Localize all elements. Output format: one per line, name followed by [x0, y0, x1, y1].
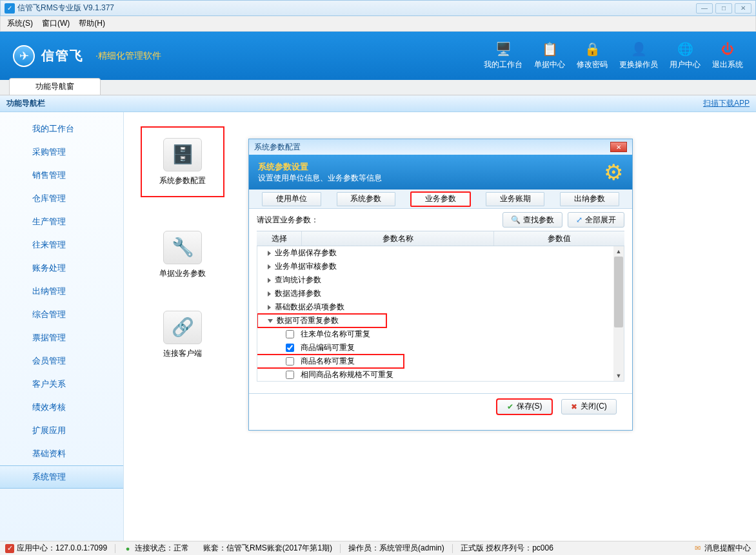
group-select-params[interactable]: 数据选择参数 — [257, 287, 624, 300]
dialog-system-params: 系统参数配置 ✕ 系统参数设置 设置使用单位信息、业务参数等信息 ⚙ 使用单位 … — [248, 139, 633, 431]
sidebar-item-purchase[interactable]: 采购管理 — [0, 141, 123, 164]
close-icon: ✖ — [571, 402, 577, 411]
group-required-params[interactable]: 基础数据必填项参数 — [257, 300, 624, 314]
banner-item-switch-user[interactable]: 👤更换操作员 — [619, 41, 658, 70]
banner-item-workbench[interactable]: 🖥️我的工作台 — [484, 41, 522, 70]
dialog-banner-title: 系统参数设置 — [258, 161, 604, 173]
status-license: 正式版 授权序列号：pc006 — [461, 543, 553, 554]
sidebar-item-crm[interactable]: 客户关系 — [0, 373, 123, 396]
logo: ✈ 信管飞 ·精细化管理软件 — [13, 45, 161, 67]
scroll-thumb[interactable] — [614, 257, 623, 327]
sidebar-item-bills[interactable]: 票据管理 — [0, 326, 123, 349]
globe-icon: 🌐 — [676, 41, 694, 57]
banner-toolbar: 🖥️我的工作台 📋单据中心 🔒修改密码 👤更换操作员 🌐用户中心 ⏻退出系统 — [484, 41, 743, 70]
banner: ✈ 信管飞 ·精细化管理软件 🖥️我的工作台 📋单据中心 🔒修改密码 👤更换操作… — [0, 32, 756, 80]
menu-system[interactable]: 系统(S) — [7, 18, 33, 29]
database-gear-icon: 🗄️ — [163, 138, 202, 171]
tab-nav-window[interactable]: 功能导航窗 — [9, 78, 101, 95]
shortcut-system-params[interactable]: 🗄️ 系统参数配置 — [141, 126, 224, 197]
sidebar-item-general[interactable]: 综合管理 — [0, 303, 123, 326]
col-select: 选择 — [257, 231, 302, 246]
checkbox-product-code[interactable] — [286, 344, 294, 352]
grid-body: 业务单据保存参数 业务单据审核参数 查询统计参数 数据选择参数 基础数据必填项参… — [257, 246, 624, 382]
shortcut-connect-client[interactable]: 🔗 连接客户端 — [141, 299, 224, 370]
status-account: 账套：信管飞RMS账套(2017年第1期) — [203, 543, 332, 554]
banner-item-exit[interactable]: ⏻退出系统 — [712, 41, 743, 70]
connection-icon: ● — [123, 544, 132, 553]
bell-icon: ✉ — [693, 544, 702, 553]
tab-period[interactable]: 业务账期 — [486, 192, 545, 206]
list-icon: 📋 — [541, 41, 559, 57]
banner-item-user-center[interactable]: 🌐用户中心 — [670, 41, 701, 70]
tab-business-params[interactable]: 业务参数 — [411, 192, 470, 206]
user-icon: 👤 — [630, 41, 648, 57]
sidebar: 我的工作台 采购管理 销售管理 仓库管理 生产管理 往来管理 账务处理 出纳管理… — [0, 112, 124, 541]
scan-download-link[interactable]: 扫描下载APP — [703, 98, 750, 109]
param-same-name-spec[interactable]: 相同商品名称规格不可重复 — [257, 368, 624, 382]
minimize-button[interactable]: — — [696, 3, 713, 14]
param-product-name-dup[interactable]: 商品名称可重复 — [257, 355, 404, 368]
menu-window[interactable]: 窗口(W) — [42, 18, 70, 29]
menubar: 系统(S) 窗口(W) 帮助(H) — [0, 16, 756, 32]
nav-header: 功能导航栏 扫描下载APP — [0, 95, 756, 112]
gear-icon: ⚙ — [604, 159, 623, 185]
logo-text: 信管飞 — [41, 47, 84, 64]
param-product-code-dup[interactable]: 商品编码可重复 — [257, 341, 624, 355]
expand-all-button[interactable]: ⤢全部展开 — [568, 212, 624, 228]
logo-icon: ✈ — [13, 45, 35, 67]
sidebar-item-sales[interactable]: 销售管理 — [0, 164, 123, 187]
group-save-params[interactable]: 业务单据保存参数 — [257, 246, 624, 260]
find-param-button[interactable]: 🔍查找参数 — [502, 212, 562, 228]
checkbox-vendor-name[interactable] — [286, 330, 294, 338]
wrench-icon: 🔧 — [163, 231, 202, 264]
dialog-toolbar: 请设置业务参数： 🔍查找参数 ⤢全部展开 — [249, 209, 632, 231]
dialog-titlebar: 系统参数配置 ✕ — [249, 139, 632, 155]
sidebar-item-cashier[interactable]: 出纳管理 — [0, 280, 123, 303]
sidebar-item-accounting[interactable]: 账务处理 — [0, 257, 123, 280]
checkbox-same-name-spec[interactable] — [286, 371, 294, 379]
status-notify[interactable]: 消息提醒中心 — [704, 543, 751, 554]
col-name: 参数名称 — [302, 231, 494, 246]
grid-header: 选择 参数名称 参数值 — [257, 231, 624, 246]
close-dialog-button[interactable]: ✖关闭(C) — [561, 399, 617, 414]
monitor-icon: 🖥️ — [494, 41, 512, 57]
search-icon: 🔍 — [511, 215, 521, 224]
banner-item-document-center[interactable]: 📋单据中心 — [534, 41, 565, 70]
sidebar-item-workbench[interactable]: 我的工作台 — [0, 117, 123, 141]
dialog-tabs: 使用单位 系统参数 业务参数 业务账期 出纳参数 — [249, 190, 632, 209]
sidebar-item-receivables[interactable]: 往来管理 — [0, 233, 123, 257]
save-button[interactable]: ✔保存(S) — [497, 399, 552, 414]
sidebar-item-warehouse[interactable]: 仓库管理 — [0, 187, 123, 210]
tab-system-params[interactable]: 系统参数 — [337, 192, 396, 206]
window-buttons: — □ ✕ — [696, 3, 751, 14]
scroll-down-icon[interactable]: ▼ — [613, 371, 624, 381]
param-vendor-name-dup[interactable]: 往来单位名称可重复 — [257, 327, 624, 341]
power-icon: ⏻ — [719, 41, 737, 57]
tab-row: 功能导航窗 — [0, 80, 756, 95]
sidebar-item-performance[interactable]: 绩效考核 — [0, 396, 123, 419]
checkbox-product-name[interactable] — [286, 357, 294, 365]
check-icon: ✔ — [507, 402, 513, 411]
status-bar: ✓ 应用中心：127.0.0.1:7099 ● 连接状态：正常 账套：信管飞RM… — [0, 541, 756, 555]
group-query-params[interactable]: 查询统计参数 — [257, 273, 624, 287]
status-operator: 操作员：系统管理员(admin) — [348, 543, 444, 554]
shortcut-document-params[interactable]: 🔧 单据业务参数 — [141, 219, 224, 290]
titlebar: ✓ 信管飞RMS专业版 V9.1.377 — □ ✕ — [0, 0, 756, 16]
scrollbar[interactable]: ▲ ▼ — [613, 246, 624, 381]
tab-cashier-params[interactable]: 出纳参数 — [560, 192, 619, 206]
group-audit-params[interactable]: 业务单据审核参数 — [257, 260, 624, 273]
group-duplicate-params[interactable]: 数据可否重复参数 — [257, 314, 386, 327]
dialog-close-button[interactable]: ✕ — [610, 142, 627, 152]
close-button[interactable]: ✕ — [735, 3, 751, 14]
tab-unit[interactable]: 使用单位 — [262, 192, 321, 206]
menu-help[interactable]: 帮助(H) — [79, 18, 105, 29]
maximize-button[interactable]: □ — [715, 3, 732, 14]
sidebar-item-members[interactable]: 会员管理 — [0, 349, 123, 373]
banner-item-change-password[interactable]: 🔒修改密码 — [577, 41, 608, 70]
sidebar-item-extensions[interactable]: 扩展应用 — [0, 419, 123, 442]
nav-header-title: 功能导航栏 — [6, 98, 45, 109]
sidebar-item-production[interactable]: 生产管理 — [0, 210, 123, 233]
sidebar-item-system-manage[interactable]: 系统管理 — [0, 465, 123, 489]
sidebar-item-basedata[interactable]: 基础资料 — [0, 442, 123, 465]
scroll-up-icon[interactable]: ▲ — [613, 246, 624, 257]
